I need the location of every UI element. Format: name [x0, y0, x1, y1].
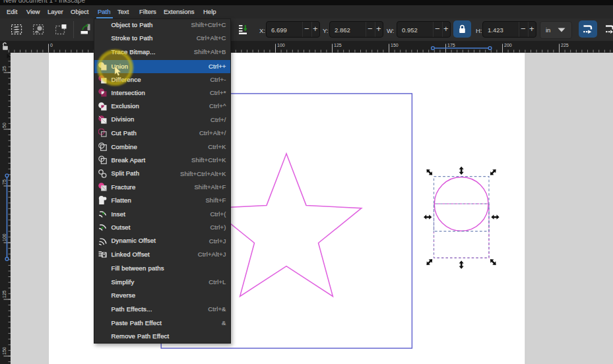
svg-text:125: 125 — [334, 43, 342, 47]
svg-text:100: 100 — [2, 233, 7, 241]
svg-text:225: 225 — [561, 43, 569, 47]
svg-text:175: 175 — [447, 43, 455, 47]
svg-text:25: 25 — [2, 66, 7, 71]
svg-text:200: 200 — [504, 43, 512, 47]
svg-text:0: 0 — [50, 43, 53, 47]
svg-text:50: 50 — [2, 123, 7, 128]
svg-text:150: 150 — [391, 43, 399, 47]
svg-text:100: 100 — [277, 43, 285, 47]
svg-text:75: 75 — [2, 179, 7, 185]
svg-text:150: 150 — [2, 347, 7, 355]
svg-text:125: 125 — [2, 290, 7, 298]
